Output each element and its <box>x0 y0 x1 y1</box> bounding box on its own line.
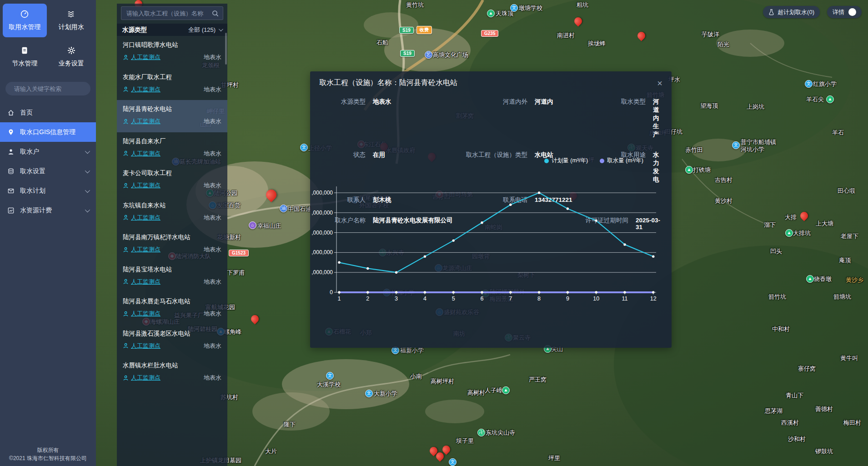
keyword-search-input[interactable] <box>13 85 95 93</box>
sidebar-item-5[interactable]: 取水计划 <box>0 181 96 200</box>
person-icon <box>123 279 129 285</box>
school-marker-icon[interactable]: 文 <box>365 390 373 397</box>
green-marker-icon[interactable]: ▲ <box>785 229 793 237</box>
monitor-type-link[interactable]: 人工监测点 <box>123 85 161 94</box>
sidebar-item-3[interactable]: 取水户 <box>0 142 96 161</box>
map-label: 黄竹坑 <box>406 1 424 9</box>
temple-marker-icon[interactable]: 卍 <box>477 429 485 436</box>
map-label: 墩塘学校 <box>519 5 542 12</box>
detail-toggle[interactable]: 详情 <box>827 6 862 18</box>
search-icon[interactable] <box>212 10 219 17</box>
map-label: 高塘文化广场 <box>433 51 468 59</box>
legend-item[interactable]: 取水量 (m³/年) <box>600 157 643 165</box>
module-tile-2[interactable]: 计划用水 <box>50 4 94 37</box>
svg-text:1,000,000: 1,000,000 <box>312 269 333 276</box>
monitor-type-link[interactable]: 人工监测点 <box>123 374 161 382</box>
mountain-marker-icon[interactable]: ▲ <box>502 386 510 394</box>
monitor-type-link[interactable]: 人工监测点 <box>123 181 161 190</box>
list-item[interactable]: 麦卡公司取水工程人工监测点地表水 <box>117 164 227 196</box>
water-source-type: 地表水 <box>204 342 221 350</box>
monitor-type-link[interactable]: 人工监测点 <box>123 342 161 350</box>
station-name: 陆河县自来水厂 <box>123 137 221 145</box>
monitor-type-link[interactable]: 人工监测点 <box>123 53 161 61</box>
field-value: 河道内 <box>535 98 602 106</box>
chevron-down-icon <box>85 168 90 173</box>
map-label: 大片 <box>265 448 277 455</box>
svg-text:6: 6 <box>481 296 484 302</box>
school-marker-icon[interactable]: 文 <box>805 80 813 88</box>
chevron-down-icon <box>85 207 90 212</box>
green-marker-icon[interactable]: ▲ <box>685 166 693 174</box>
monitor-type-link[interactable]: 人工监测点 <box>123 278 161 286</box>
over-plan-intake-button[interactable]: 超计划取水(0) <box>763 6 820 18</box>
gas-marker-icon[interactable]: 油 <box>280 205 287 212</box>
list-item[interactable]: 陆河县激石溪老区水电站人工监测点地表水 <box>117 325 227 357</box>
source-type-filter[interactable]: 全部 (125) <box>188 26 222 34</box>
list-item[interactable]: 水唇镇水栏肚水电站人工监测点地表水 <box>117 356 227 389</box>
map-pin-icon[interactable] <box>264 187 278 202</box>
waves-icon <box>67 10 76 20</box>
school-marker-icon[interactable]: 文 <box>449 458 457 466</box>
list-item[interactable]: 东坑镇自来水站人工监测点地表水 <box>117 196 227 229</box>
list-item[interactable]: 陆河县南万镇杞洋水电站人工监测点地表水 <box>117 228 227 261</box>
map-pin-icon[interactable] <box>572 15 583 26</box>
green-marker-icon[interactable]: ▲ <box>806 275 814 283</box>
map-pin-icon[interactable] <box>636 30 647 41</box>
map-label: 烧香墩 <box>814 276 832 283</box>
resort-marker-icon[interactable]: ⌂ <box>249 221 256 229</box>
sidebar-item-4[interactable]: 取水设置 <box>0 161 96 181</box>
chart-icon <box>7 207 15 214</box>
school-marker-icon[interactable]: 文 <box>300 144 308 151</box>
mountain-marker-icon[interactable]: ▲ <box>826 95 834 103</box>
module-tile-4[interactable]: 业务设置 <box>50 40 94 74</box>
station-search-input[interactable] <box>125 10 209 17</box>
school-marker-icon[interactable]: 文 <box>326 372 334 380</box>
road-badge: 收费 <box>416 26 432 34</box>
map-label: 大溪学校 <box>317 381 341 388</box>
station-name: 友能水厂取水工程 <box>123 73 221 81</box>
map-label: 善德村 <box>815 406 833 413</box>
water-source-type: 地表水 <box>204 278 221 286</box>
chart-legend: 计划量 (m³/年)取水量 (m³/年) <box>544 157 643 165</box>
list-item[interactable]: 河口镇唱歌潭水电站人工监测点地表水 <box>117 36 227 68</box>
map-pin-icon[interactable] <box>249 313 260 324</box>
map-pin-icon[interactable] <box>798 210 809 221</box>
list-item[interactable]: 陆河县自来水厂人工监测点地表水 <box>117 132 227 165</box>
map-label: 羊石 <box>832 129 844 136</box>
legend-item[interactable]: 计划量 (m³/年) <box>544 157 588 165</box>
svg-text:12: 12 <box>650 296 657 302</box>
list-item[interactable]: 陆河县宝塔水电站人工监测点地表水 <box>117 261 227 293</box>
sidebar-item-label: 取水户 <box>20 148 39 156</box>
monitor-type-link[interactable]: 人工监测点 <box>123 310 161 318</box>
monitor-type-link[interactable]: 人工监测点 <box>123 117 161 125</box>
close-icon[interactable]: × <box>657 79 662 88</box>
scrollbar[interactable] <box>225 33 227 65</box>
list-item[interactable]: 陆河县水唇走马石水电站人工监测点地表水 <box>117 292 227 325</box>
tile-label: 计划用水 <box>59 23 84 31</box>
school-marker-icon[interactable]: 文 <box>732 141 740 149</box>
school-marker-icon[interactable]: 文 <box>510 4 518 12</box>
station-search[interactable] <box>121 6 223 20</box>
monitor-type-link[interactable]: 人工监测点 <box>123 150 161 158</box>
chevron-down-icon <box>85 148 90 153</box>
sidebar-item-2[interactable]: 取水口GIS信息管理 <box>0 122 96 142</box>
list-item[interactable]: 陆河县青砼水电站人工监测点地表水 <box>117 100 227 132</box>
monitor-type-link[interactable]: 人工监测点 <box>123 246 161 254</box>
module-tile-3[interactable]: 节水管理 <box>3 40 47 74</box>
map-label: 幸福山庄 <box>257 222 281 230</box>
person-icon <box>123 119 129 125</box>
map-label: 芋陂洋 <box>702 31 719 38</box>
map-label: 陌光 <box>717 41 729 48</box>
map-label: 高树坪村 <box>431 378 454 385</box>
road-badge: G1523 <box>229 250 249 256</box>
toggle-knob[interactable] <box>848 8 856 16</box>
mountain-marker-icon[interactable]: ▲ <box>487 10 495 17</box>
sidebar-item-6[interactable]: 水资源计费 <box>0 200 96 220</box>
culture-marker-icon[interactable]: 艺 <box>425 51 432 59</box>
list-item[interactable]: 友能水厂取水工程人工监测点地表水 <box>117 68 227 100</box>
keyword-search[interactable] <box>5 82 90 95</box>
monitor-type-link[interactable]: 人工监测点 <box>123 214 161 222</box>
sidebar-item-label: 首页 <box>20 109 33 117</box>
module-tile-1[interactable]: 取用水管理 <box>3 4 47 37</box>
sidebar-item-1[interactable]: 首页 <box>0 103 96 122</box>
